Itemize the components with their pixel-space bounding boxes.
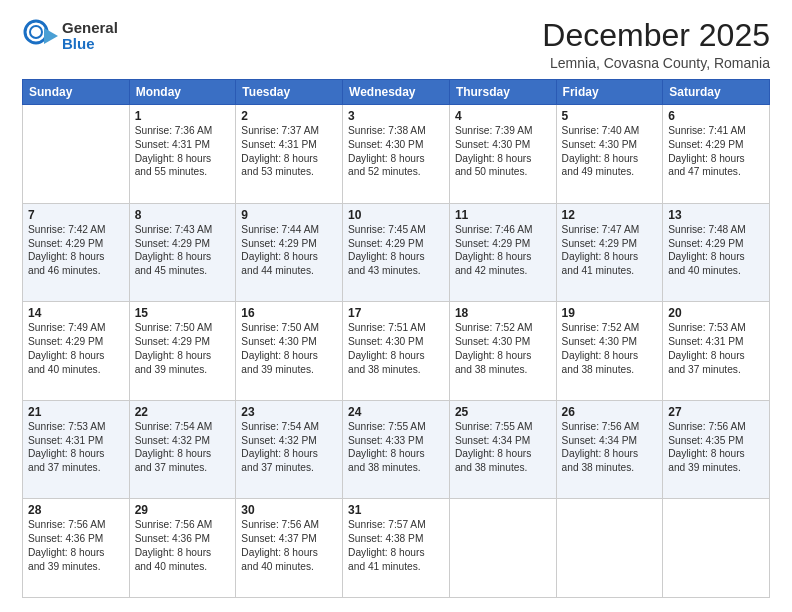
day-info: Sunrise: 7:40 AM Sunset: 4:30 PM Dayligh… <box>562 124 658 179</box>
table-row: 31Sunrise: 7:57 AM Sunset: 4:38 PM Dayli… <box>343 499 450 598</box>
table-row: 3Sunrise: 7:38 AM Sunset: 4:30 PM Daylig… <box>343 105 450 204</box>
logo-blue-label: Blue <box>62 36 118 53</box>
logo-general-label: General <box>62 20 118 37</box>
day-info: Sunrise: 7:52 AM Sunset: 4:30 PM Dayligh… <box>455 321 551 376</box>
table-row: 29Sunrise: 7:56 AM Sunset: 4:36 PM Dayli… <box>129 499 236 598</box>
table-row: 27Sunrise: 7:56 AM Sunset: 4:35 PM Dayli… <box>663 400 770 499</box>
table-row: 21Sunrise: 7:53 AM Sunset: 4:31 PM Dayli… <box>23 400 130 499</box>
day-number: 19 <box>562 306 658 320</box>
logo-icon <box>22 18 58 54</box>
day-info: Sunrise: 7:57 AM Sunset: 4:38 PM Dayligh… <box>348 518 444 573</box>
logo-text: General Blue <box>62 20 118 53</box>
day-number: 2 <box>241 109 337 123</box>
table-row: 6Sunrise: 7:41 AM Sunset: 4:29 PM Daylig… <box>663 105 770 204</box>
day-info: Sunrise: 7:56 AM Sunset: 4:34 PM Dayligh… <box>562 420 658 475</box>
table-row: 23Sunrise: 7:54 AM Sunset: 4:32 PM Dayli… <box>236 400 343 499</box>
day-number: 31 <box>348 503 444 517</box>
day-info: Sunrise: 7:56 AM Sunset: 4:37 PM Dayligh… <box>241 518 337 573</box>
day-info: Sunrise: 7:50 AM Sunset: 4:30 PM Dayligh… <box>241 321 337 376</box>
month-title: December 2025 <box>542 18 770 53</box>
day-info: Sunrise: 7:42 AM Sunset: 4:29 PM Dayligh… <box>28 223 124 278</box>
day-number: 13 <box>668 208 764 222</box>
day-number: 22 <box>135 405 231 419</box>
day-info: Sunrise: 7:48 AM Sunset: 4:29 PM Dayligh… <box>668 223 764 278</box>
header-tuesday: Tuesday <box>236 80 343 105</box>
header-saturday: Saturday <box>663 80 770 105</box>
table-row: 24Sunrise: 7:55 AM Sunset: 4:33 PM Dayli… <box>343 400 450 499</box>
table-row: 7Sunrise: 7:42 AM Sunset: 4:29 PM Daylig… <box>23 203 130 302</box>
svg-point-0 <box>25 21 47 43</box>
table-row: 25Sunrise: 7:55 AM Sunset: 4:34 PM Dayli… <box>449 400 556 499</box>
title-block: December 2025 Lemnia, Covasna County, Ro… <box>542 18 770 71</box>
svg-marker-2 <box>44 28 58 44</box>
table-row: 5Sunrise: 7:40 AM Sunset: 4:30 PM Daylig… <box>556 105 663 204</box>
table-row: 4Sunrise: 7:39 AM Sunset: 4:30 PM Daylig… <box>449 105 556 204</box>
calendar-week-row: 21Sunrise: 7:53 AM Sunset: 4:31 PM Dayli… <box>23 400 770 499</box>
day-number: 16 <box>241 306 337 320</box>
day-number: 25 <box>455 405 551 419</box>
day-info: Sunrise: 7:36 AM Sunset: 4:31 PM Dayligh… <box>135 124 231 179</box>
table-row <box>556 499 663 598</box>
day-number: 28 <box>28 503 124 517</box>
subtitle: Lemnia, Covasna County, Romania <box>542 55 770 71</box>
header-thursday: Thursday <box>449 80 556 105</box>
day-number: 8 <box>135 208 231 222</box>
logo: General Blue <box>22 18 118 54</box>
table-row: 9Sunrise: 7:44 AM Sunset: 4:29 PM Daylig… <box>236 203 343 302</box>
day-info: Sunrise: 7:52 AM Sunset: 4:30 PM Dayligh… <box>562 321 658 376</box>
day-number: 21 <box>28 405 124 419</box>
day-number: 24 <box>348 405 444 419</box>
day-info: Sunrise: 7:47 AM Sunset: 4:29 PM Dayligh… <box>562 223 658 278</box>
day-info: Sunrise: 7:43 AM Sunset: 4:29 PM Dayligh… <box>135 223 231 278</box>
table-row: 28Sunrise: 7:56 AM Sunset: 4:36 PM Dayli… <box>23 499 130 598</box>
day-info: Sunrise: 7:55 AM Sunset: 4:34 PM Dayligh… <box>455 420 551 475</box>
day-info: Sunrise: 7:38 AM Sunset: 4:30 PM Dayligh… <box>348 124 444 179</box>
table-row: 14Sunrise: 7:49 AM Sunset: 4:29 PM Dayli… <box>23 302 130 401</box>
table-row: 19Sunrise: 7:52 AM Sunset: 4:30 PM Dayli… <box>556 302 663 401</box>
header-sunday: Sunday <box>23 80 130 105</box>
day-number: 11 <box>455 208 551 222</box>
day-number: 23 <box>241 405 337 419</box>
table-row <box>23 105 130 204</box>
header-friday: Friday <box>556 80 663 105</box>
day-number: 9 <box>241 208 337 222</box>
day-info: Sunrise: 7:45 AM Sunset: 4:29 PM Dayligh… <box>348 223 444 278</box>
day-number: 5 <box>562 109 658 123</box>
day-info: Sunrise: 7:49 AM Sunset: 4:29 PM Dayligh… <box>28 321 124 376</box>
day-number: 7 <box>28 208 124 222</box>
calendar-table: Sunday Monday Tuesday Wednesday Thursday… <box>22 79 770 598</box>
table-row <box>449 499 556 598</box>
table-row: 10Sunrise: 7:45 AM Sunset: 4:29 PM Dayli… <box>343 203 450 302</box>
day-info: Sunrise: 7:51 AM Sunset: 4:30 PM Dayligh… <box>348 321 444 376</box>
day-info: Sunrise: 7:37 AM Sunset: 4:31 PM Dayligh… <box>241 124 337 179</box>
calendar-body: 1Sunrise: 7:36 AM Sunset: 4:31 PM Daylig… <box>23 105 770 598</box>
table-row: 11Sunrise: 7:46 AM Sunset: 4:29 PM Dayli… <box>449 203 556 302</box>
day-info: Sunrise: 7:44 AM Sunset: 4:29 PM Dayligh… <box>241 223 337 278</box>
day-number: 12 <box>562 208 658 222</box>
day-info: Sunrise: 7:53 AM Sunset: 4:31 PM Dayligh… <box>668 321 764 376</box>
header-monday: Monday <box>129 80 236 105</box>
day-number: 6 <box>668 109 764 123</box>
svg-point-1 <box>30 26 42 38</box>
table-row: 15Sunrise: 7:50 AM Sunset: 4:29 PM Dayli… <box>129 302 236 401</box>
day-number: 29 <box>135 503 231 517</box>
table-row: 26Sunrise: 7:56 AM Sunset: 4:34 PM Dayli… <box>556 400 663 499</box>
day-number: 15 <box>135 306 231 320</box>
day-info: Sunrise: 7:54 AM Sunset: 4:32 PM Dayligh… <box>135 420 231 475</box>
day-number: 27 <box>668 405 764 419</box>
day-number: 3 <box>348 109 444 123</box>
table-row: 8Sunrise: 7:43 AM Sunset: 4:29 PM Daylig… <box>129 203 236 302</box>
table-row: 22Sunrise: 7:54 AM Sunset: 4:32 PM Dayli… <box>129 400 236 499</box>
day-info: Sunrise: 7:50 AM Sunset: 4:29 PM Dayligh… <box>135 321 231 376</box>
calendar-week-row: 14Sunrise: 7:49 AM Sunset: 4:29 PM Dayli… <box>23 302 770 401</box>
table-row: 16Sunrise: 7:50 AM Sunset: 4:30 PM Dayli… <box>236 302 343 401</box>
table-row: 12Sunrise: 7:47 AM Sunset: 4:29 PM Dayli… <box>556 203 663 302</box>
header-wednesday: Wednesday <box>343 80 450 105</box>
table-row: 1Sunrise: 7:36 AM Sunset: 4:31 PM Daylig… <box>129 105 236 204</box>
table-row: 13Sunrise: 7:48 AM Sunset: 4:29 PM Dayli… <box>663 203 770 302</box>
day-info: Sunrise: 7:54 AM Sunset: 4:32 PM Dayligh… <box>241 420 337 475</box>
day-info: Sunrise: 7:39 AM Sunset: 4:30 PM Dayligh… <box>455 124 551 179</box>
day-number: 14 <box>28 306 124 320</box>
day-info: Sunrise: 7:56 AM Sunset: 4:36 PM Dayligh… <box>135 518 231 573</box>
calendar-header: Sunday Monday Tuesday Wednesday Thursday… <box>23 80 770 105</box>
